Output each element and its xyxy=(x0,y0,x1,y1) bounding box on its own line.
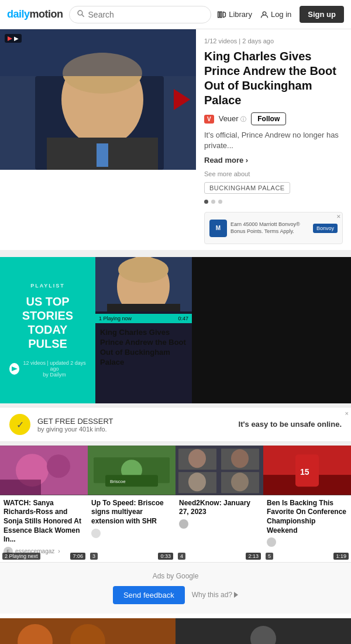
now-playing-text: 1 Playing now xyxy=(99,316,132,321)
svg-rect-15 xyxy=(0,29,196,76)
arrow-icon-1: › xyxy=(58,548,60,554)
channel-row-3 xyxy=(179,519,260,529)
dot-1 xyxy=(204,200,208,204)
video-thumb-2: Briscoe xyxy=(88,446,176,495)
svg-point-20 xyxy=(118,257,168,283)
follow-button[interactable]: Follow xyxy=(251,112,286,125)
ad-banner: ✓ GET FREE DESSERT by giving your 401k i… xyxy=(0,407,351,442)
bottom-thumb-right[interactable] xyxy=(176,618,351,644)
channel-row-2 xyxy=(91,529,172,538)
search-bar xyxy=(69,6,212,23)
playlist-main-video[interactable]: 1 Playing now 0:47 King Charles Gives Pr… xyxy=(95,257,192,403)
ad-cta[interactable]: Bonvoy xyxy=(313,224,338,233)
video-playlist-badge: ▶ xyxy=(5,34,22,43)
bottom-thumb-left[interactable] xyxy=(0,618,176,644)
video-item-2[interactable]: Briscoe 3 0:33 Up To Speed: Briscoe sign… xyxy=(88,446,176,561)
dot-3 xyxy=(218,200,222,204)
checkmark-icon: ✓ xyxy=(16,419,24,430)
svg-rect-21 xyxy=(107,304,180,311)
dm-play-icon xyxy=(11,366,18,372)
video-thumb-4: 15 xyxy=(263,446,351,495)
video-info-2: Up To Speed: Briscoe signs multiyear ext… xyxy=(88,495,176,544)
svg-point-8 xyxy=(263,12,266,15)
ads-by-google-label: Ads by Google xyxy=(0,572,351,580)
video-info-3: Need2Know: January 27, 2023 xyxy=(176,495,263,535)
ad-banner-cta: It's easy to be unsafe online. xyxy=(239,420,342,430)
featured-description: It's official, Prince Andrew no longer h… xyxy=(204,130,343,151)
see-more-label: See more about xyxy=(204,170,343,177)
featured-info: 1/12 videos | 2 days ago King Charles Gi… xyxy=(196,29,351,250)
library-nav-item[interactable]: Library xyxy=(217,10,252,19)
channel-avatar-3 xyxy=(179,519,188,529)
svg-point-37 xyxy=(231,450,249,468)
featured-section: ▶ 1/12 videos | 2 days ago King Charles … xyxy=(0,29,351,254)
thumb-duration-4: 1:19 xyxy=(333,553,349,560)
ad-corner-label: ✕ xyxy=(336,214,341,220)
header-nav: Library Log in Sign up xyxy=(217,6,344,23)
video-item-3[interactable]: 4 2:13 Need2Know: January 27, 2023 xyxy=(176,446,263,561)
playlist-video-title: King Charles Gives Prince Andrew the Boo… xyxy=(95,323,192,372)
ad-banner-icon: ✓ xyxy=(9,414,30,435)
search-input[interactable] xyxy=(88,10,204,19)
thumb-badge-2: 3 xyxy=(90,553,98,560)
dot-2 xyxy=(211,200,215,204)
verified-indicator: ⓘ xyxy=(240,116,246,122)
svg-marker-16 xyxy=(8,36,12,41)
library-label: Library xyxy=(229,10,252,19)
svg-rect-2 xyxy=(218,12,219,18)
thumb-duration-2: 0:33 xyxy=(158,553,173,560)
playlist-player-panel[interactable] xyxy=(192,257,351,403)
thumb-duration-1: 7:06 xyxy=(70,553,85,560)
ad-icon: M xyxy=(209,220,227,237)
login-nav-item[interactable]: Log in xyxy=(260,10,291,19)
play-arrow-icon xyxy=(174,89,190,110)
featured-meta: 1/12 videos | 2 days ago xyxy=(204,37,343,44)
signup-button[interactable]: Sign up xyxy=(300,6,344,23)
ad-banner-text-group: GET FREE DESSERT by giving your 401k inf… xyxy=(37,417,113,433)
topic-tag[interactable]: BUCKINGHAM PALACE xyxy=(204,182,290,194)
video-item-4[interactable]: 15 5 1:19 Ben Is Backing This Favorite O… xyxy=(263,446,351,561)
playlist-footer-text: 12 videos | updated 2 days ago by Dailym xyxy=(23,360,86,378)
playlist-footer: 12 videos | updated 2 days ago by Dailym xyxy=(9,360,86,378)
now-playing-bar: 1 Playing now 0:47 xyxy=(95,314,192,323)
channel-avatar-4 xyxy=(267,537,276,547)
search-icon xyxy=(77,9,85,20)
read-more-link[interactable]: Read more xyxy=(204,156,343,165)
video-info-1: WATCH: Sanya Richards-Ross and Sonja Sti… xyxy=(0,495,88,562)
thumb-badge-4: 5 xyxy=(266,553,273,560)
playlist-section: PLAYLIST US TOP STORIES TODAY PULSE 12 v… xyxy=(0,257,351,407)
channel-row-4 xyxy=(267,537,347,547)
ad-text: Earn 45000 Marriott Bonvoy® Bonus Points… xyxy=(230,221,309,235)
playlist-label: PLAYLIST xyxy=(30,283,65,289)
playlist-icon xyxy=(8,36,12,41)
channel-badge: V xyxy=(204,115,214,124)
now-playing-duration: 0:47 xyxy=(178,316,188,321)
video-item-1[interactable]: 2 Playing next 7:06 WATCH: Sanya Richard… xyxy=(0,446,88,561)
svg-line-1 xyxy=(81,14,84,16)
google-ads-section: Ads by Google Send feedback Why this ad? xyxy=(0,562,351,614)
video-info-4: Ben Is Backing This Favorite On Conferen… xyxy=(263,495,351,553)
svg-text:Briscoe: Briscoe xyxy=(110,479,126,485)
featured-title[interactable]: King Charles Gives Prince Andrew the Boo… xyxy=(204,49,343,108)
ad-banner-close[interactable]: × xyxy=(345,410,349,417)
featured-video[interactable]: ▶ xyxy=(0,29,196,170)
channel-name: Veuer ⓘ xyxy=(219,114,247,124)
video-grid: 2 Playing next 7:06 WATCH: Sanya Richard… xyxy=(0,446,351,561)
video-title-3: Need2Know: January 27, 2023 xyxy=(179,499,260,517)
playlist-card[interactable]: PLAYLIST US TOP STORIES TODAY PULSE 12 v… xyxy=(0,257,95,403)
send-feedback-button[interactable]: Send feedback xyxy=(113,586,185,604)
library-icon xyxy=(217,10,226,19)
site-logo[interactable]: dailymotion xyxy=(7,8,63,20)
why-ad-link[interactable]: Why this ad? xyxy=(192,591,238,599)
login-label: Log in xyxy=(271,10,291,19)
video-thumb-1 xyxy=(0,446,88,495)
feedback-row: Send feedback Why this ad? xyxy=(0,586,351,604)
ad-banner-main-text: GET FREE DESSERT xyxy=(37,417,113,426)
video-title-1: WATCH: Sanya Richards-Ross and Sonja Sti… xyxy=(4,499,84,544)
person-icon xyxy=(260,11,269,19)
thumb-badge-3: 4 xyxy=(178,553,185,560)
svg-point-25 xyxy=(47,455,70,478)
dailymotion-logo-circle xyxy=(9,363,19,375)
svg-text:15: 15 xyxy=(300,468,309,477)
video-title-4: Ben Is Backing This Favorite On Conferen… xyxy=(267,499,347,535)
